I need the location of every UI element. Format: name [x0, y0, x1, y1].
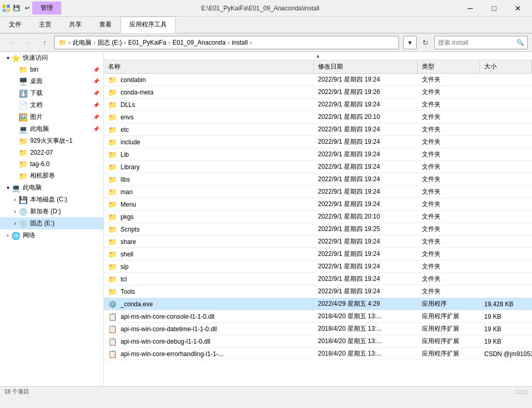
- sidebar-item-documents[interactable]: 📄 文档 📌: [0, 99, 103, 111]
- file-name-cell: 📋 api-ms-win-core-datetime-l1-1-0.dll: [104, 323, 314, 335]
- pin-icon6: 📌: [93, 126, 99, 132]
- folder-row[interactable]: 📁 include 2022/9/1 星期四 19:24 文件夹: [104, 136, 532, 148]
- folder-modified: 2022/9/1 星期四 19:24: [314, 99, 418, 111]
- tab-view[interactable]: 查看: [90, 17, 121, 33]
- sidebar-drive-c[interactable]: › 💾 本地磁盘 (C:): [0, 194, 103, 206]
- ribbon: 文件 主页 共享 查看 应用程序工具: [0, 17, 532, 34]
- folder-row[interactable]: 📁 Library 2022/9/1 星期四 19:24 文件夹: [104, 161, 532, 173]
- forward-button[interactable]: →: [21, 36, 35, 49]
- col-size[interactable]: 大小: [480, 60, 532, 73]
- folder-row[interactable]: 📁 conda-meta 2022/9/1 星期四 19:26 文件夹: [104, 86, 532, 99]
- col-type[interactable]: 类型: [418, 60, 480, 73]
- folder-row[interactable]: 📁 libs 2022/9/1 星期四 19:24 文件夹: [104, 173, 532, 186]
- folder-row[interactable]: 📁 tcl 2022/9/1 星期四 19:24 文件夹: [104, 273, 532, 285]
- sidebar-drive-d[interactable]: › 💿 新加卷 (D:): [0, 206, 103, 217]
- tab-file[interactable]: 文件: [0, 17, 30, 33]
- breadcrumb-thispc[interactable]: 此电脑: [73, 38, 91, 47]
- refresh-button[interactable]: ↻: [419, 36, 432, 49]
- file-row[interactable]: 📋 api-ms-win-core-debug-l1-1-0.dll 2018/…: [104, 335, 532, 348]
- folder-type: 文件夹: [418, 248, 480, 260]
- sidebar-item-fire[interactable]: 📁 929火灾事故~1: [0, 135, 103, 147]
- sidebar-quick-access[interactable]: ▾ ⭐ 快速访问: [0, 52, 103, 64]
- folder-type: 文件夹: [418, 285, 480, 297]
- search-bar[interactable]: 🔍: [434, 36, 528, 49]
- search-input[interactable]: [438, 39, 516, 46]
- app-icon: [2, 4, 10, 12]
- folder-size: [480, 273, 532, 285]
- folder-name-cell: 📁 condabin: [104, 74, 314, 86]
- file-row[interactable]: 📋 api-ms-win-core-datetime-l1-1-0.dll 20…: [104, 323, 532, 335]
- folder-name-cell: 📁 tcl: [104, 273, 314, 285]
- file-name-cell: 📋 api-ms-win-core-errorhandling-l1-1-...: [104, 348, 314, 360]
- col-name[interactable]: 名称: [104, 60, 314, 73]
- folder-row[interactable]: 📁 share 2022/9/1 星期四 19:24 文件夹: [104, 236, 532, 248]
- folder-icon: 📁: [108, 88, 118, 97]
- folder-icon: 📁: [108, 200, 118, 209]
- folder-modified: 2022/9/1 星期四 19:24: [314, 148, 418, 160]
- network-arrow: ›: [4, 233, 11, 238]
- file-row[interactable]: 📋 api-ms-win-core-errorhandling-l1-1-...…: [104, 348, 532, 360]
- maximize-button[interactable]: □: [482, 0, 506, 17]
- management-tab[interactable]: 管理: [32, 2, 61, 15]
- sidebar-item-pictures[interactable]: 🖼️ 图片 📌: [0, 111, 103, 123]
- sidebar-thispc[interactable]: ▾ 💻 此电脑: [0, 182, 103, 194]
- folder-row[interactable]: 📁 sip 2022/9/1 星期四 19:24 文件夹: [104, 261, 532, 273]
- breadcrumb-drive[interactable]: 固态 (E:): [98, 38, 122, 47]
- close-button[interactable]: ✕: [506, 0, 530, 17]
- search-icon: 🔍: [516, 39, 524, 46]
- breadcrumb-dropdown[interactable]: ▾: [403, 36, 417, 49]
- sidebar-network[interactable]: › 🌐 网络: [0, 229, 103, 241]
- file-size: 19 KB: [480, 335, 532, 347]
- folder-row[interactable]: 📁 Menu 2022/9/1 星期四 19:24 文件夹: [104, 198, 532, 211]
- col-modified[interactable]: 修改日期: [314, 60, 418, 73]
- folder-modified: 2022/9/1 星期四 19:24: [314, 74, 418, 86]
- tab-share[interactable]: 共享: [60, 17, 90, 33]
- dll-icon: 📋: [108, 312, 118, 321]
- folder-row[interactable]: 📁 Tools 2022/9/1 星期四 19:24 文件夹: [104, 285, 532, 298]
- folder-row[interactable]: 📁 man 2022/9/1 星期四 19:24 文件夹: [104, 186, 532, 198]
- sidebar-item-camera[interactable]: 📁 相机胶卷: [0, 170, 103, 182]
- breadcrumb-pykaifa[interactable]: E01_PyKaiFa: [128, 39, 166, 46]
- folder-row[interactable]: 📁 Scripts 2022/9/1 星期四 19:25 文件夹: [104, 223, 532, 236]
- folder-name-cell: 📁 Tools: [104, 285, 314, 297]
- folder-row[interactable]: 📁 envs 2022/9/1 星期四 20:10 文件夹: [104, 111, 532, 124]
- folder-size: [480, 223, 532, 235]
- pin-icon4: 📌: [93, 102, 99, 108]
- sidebar-item-thispc-quick[interactable]: 💻 此电脑 📌: [0, 123, 103, 135]
- folder-name: envs: [121, 114, 134, 121]
- status-right: □ □ □: [514, 389, 528, 395]
- folder-row[interactable]: 📁 pkgs 2022/9/1 星期四 20:10 文件夹: [104, 211, 532, 223]
- tab-home[interactable]: 主页: [30, 17, 60, 33]
- folder-name: shell: [121, 251, 134, 258]
- folder-row[interactable]: 📁 DLLs 2022/9/1 星期四 19:24 文件夹: [104, 99, 532, 111]
- folder-name: Lib: [121, 151, 129, 158]
- folder-type: 文件夹: [418, 111, 480, 123]
- sidebar-item-desktop[interactable]: 🖥️ 桌面 📌: [0, 75, 103, 87]
- folder-row[interactable]: 📁 etc 2022/9/1 星期四 19:24 文件夹: [104, 124, 532, 136]
- sidebar-drive-e[interactable]: › 💿 固态 (E:): [0, 217, 103, 229]
- folder-row[interactable]: 📁 Lib 2022/9/1 星期四 19:24 文件夹: [104, 148, 532, 161]
- file-row[interactable]: ⚙️ _conda.exe 2022/4/29 星期五 4:29 应用程序 19…: [104, 298, 532, 310]
- title-bar-icons: 💾 ↩: [2, 4, 31, 12]
- back-button[interactable]: ←: [4, 36, 19, 49]
- up-button[interactable]: ↑: [37, 36, 52, 49]
- folder-name: etc: [121, 126, 129, 133]
- minimize-button[interactable]: ─: [458, 0, 482, 17]
- breadcrumb[interactable]: 📁 › 此电脑 › 固态 (E:) › E01_PyKaiFa › E01_09…: [54, 36, 399, 49]
- sidebar-item-tag[interactable]: 📁 tag-6.0: [0, 158, 103, 170]
- sidebar-item-2022[interactable]: 📁 2022-07: [0, 147, 103, 158]
- folder-modified: 2022/9/1 星期四 19:24: [314, 124, 418, 135]
- folder-type: 文件夹: [418, 99, 480, 111]
- folder-row[interactable]: 📁 shell 2022/9/1 星期四 19:24 文件夹: [104, 248, 532, 261]
- sidebar-item-downloads[interactable]: ⬇️ 下载 📌: [0, 87, 103, 99]
- folder-icon: 📁: [108, 126, 118, 134]
- file-row[interactable]: 📋 api-ms-win-core-console-l1-1-0.dll 201…: [104, 310, 532, 323]
- file-type: 应用程序扩展: [418, 335, 480, 347]
- folder-name: include: [121, 139, 140, 146]
- breadcrumb-anaconda[interactable]: E01_09_Anaconda: [172, 39, 225, 46]
- breadcrumb-install[interactable]: install: [232, 39, 248, 46]
- sidebar-item-bin[interactable]: 📁 bin 📌: [0, 64, 103, 75]
- folder-name-cell: 📁 etc: [104, 124, 314, 135]
- tab-app-tools[interactable]: 应用程序工具: [121, 17, 176, 33]
- folder-row[interactable]: 📁 condabin 2022/9/1 星期四 19:24 文件夹: [104, 74, 532, 86]
